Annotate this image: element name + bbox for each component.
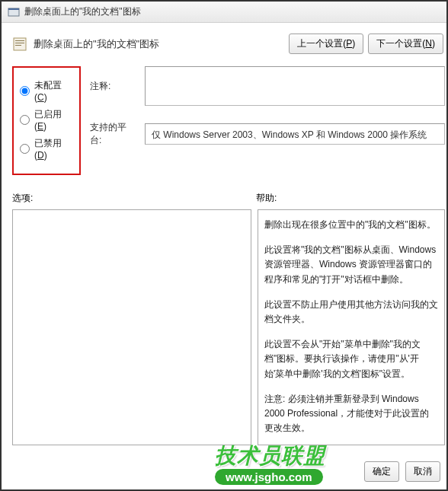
platform-text: 仅 Windows Server 2003、Windows XP 和 Windo… bbox=[145, 123, 445, 145]
window-frame: 删除桌面上的"我的文档"图标 删除桌面上的"我的文档"图标 上一个设置(P) 下… bbox=[0, 0, 448, 491]
radio-disabled-input[interactable] bbox=[20, 144, 30, 154]
watermark-title: 技术员联盟 bbox=[215, 442, 325, 470]
ok-button[interactable]: 确定 bbox=[364, 461, 399, 482]
comment-label: 注释: bbox=[90, 80, 137, 93]
svg-rect-4 bbox=[15, 43, 24, 43]
help-paragraph: 此设置不会从"开始"菜单中删除"我的文档"图标。要执行该操作，请使用"从'开始'… bbox=[264, 337, 438, 381]
help-paragraph: 删除出现在很多位置中的"我的文档"图标。 bbox=[264, 218, 438, 232]
platform-label: 支持的平台: bbox=[90, 121, 137, 147]
help-label: 帮助: bbox=[256, 192, 277, 205]
radio-disabled[interactable]: 已禁用(D) bbox=[20, 137, 72, 161]
options-label: 选项: bbox=[12, 192, 256, 205]
comment-textarea[interactable] bbox=[145, 66, 445, 106]
page-title: 删除桌面上的"我的文档"图标 bbox=[34, 37, 159, 51]
radio-unconfigured[interactable]: 未配置(C) bbox=[20, 79, 72, 103]
help-paragraph: 此设置不防止用户使用其他方法访问我的文档文件夹。 bbox=[264, 298, 438, 327]
help-paragraph: 此设置将"我的文档"图标从桌面、Windows 资源管理器、Windows 资源… bbox=[264, 243, 438, 287]
options-panel bbox=[12, 209, 251, 445]
svg-rect-5 bbox=[15, 45, 21, 46]
titlebar: 删除桌面上的"我的文档"图标 bbox=[2, 2, 446, 23]
page-icon bbox=[12, 37, 27, 52]
watermark-url: www.jsgho.com bbox=[215, 469, 323, 485]
prev-setting-button[interactable]: 上一个设置(P) bbox=[289, 33, 363, 54]
window-title: 删除桌面上的"我的文档"图标 bbox=[24, 5, 141, 18]
help-paragraph: 注意: 必须注销并重新登录到 Windows 2000 Professional… bbox=[264, 392, 438, 436]
svg-rect-2 bbox=[14, 38, 26, 50]
radio-unconfigured-input[interactable] bbox=[20, 86, 30, 96]
cancel-button[interactable]: 取消 bbox=[405, 461, 440, 482]
svg-rect-3 bbox=[15, 40, 24, 41]
radio-group-highlighted: 未配置(C) 已启用(E) 已禁用(D) bbox=[12, 66, 81, 175]
svg-rect-1 bbox=[8, 8, 19, 10]
app-icon bbox=[8, 6, 20, 18]
next-setting-button[interactable]: 下一个设置(N) bbox=[368, 33, 443, 54]
radio-enabled[interactable]: 已启用(E) bbox=[20, 108, 72, 132]
help-panel: 删除出现在很多位置中的"我的文档"图标。 此设置将"我的文档"图标从桌面、Win… bbox=[258, 209, 445, 445]
watermark: 技术员联盟 www.jsgho.com bbox=[215, 442, 325, 485]
radio-enabled-input[interactable] bbox=[20, 115, 30, 125]
